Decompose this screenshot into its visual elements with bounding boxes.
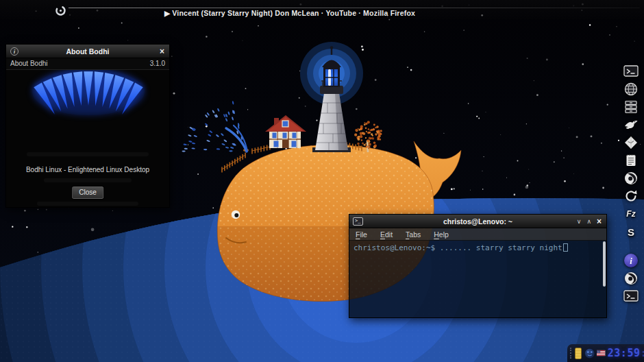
dock-web-browser-icon[interactable] <box>621 81 641 97</box>
top-shelf[interactable]: ▶ Vincent (Starry Starry Night) Don McLe… <box>0 0 644 19</box>
info-icon: i <box>10 47 18 56</box>
dock-skype-icon[interactable]: S <box>621 224 641 240</box>
dock-bird-icon[interactable] <box>621 117 641 133</box>
about-titlebar[interactable]: i About Bodhi × <box>6 45 169 58</box>
blue-orb-icon[interactable] <box>584 347 595 360</box>
terminal-menubar: File Edit Tabs Help <box>349 228 606 241</box>
dock-terminal-icon[interactable] <box>621 63 641 80</box>
dock: Fz S i <box>620 63 642 306</box>
terminal-prompt-line: christos@Lenovo:~$ ....... starry starry… <box>354 243 562 252</box>
keyboard-layout-flag-icon[interactable] <box>597 350 605 357</box>
about-header: About Bodhi 3.1.0 <box>6 58 169 70</box>
info-icon: i <box>624 254 638 267</box>
faded-credits-line <box>27 152 149 156</box>
terminal-cursor <box>563 243 568 252</box>
dock-file-manager-icon[interactable] <box>621 99 641 115</box>
notes-tray-icon[interactable] <box>575 348 582 359</box>
faded-credits-line <box>37 202 138 206</box>
system-tray: 23:59 : <box>567 344 644 362</box>
terminal-window: >_ christos@Lenovo: ~ ∨ ∧ × File Edit Ta… <box>349 214 607 318</box>
terminal-scrollbar[interactable] <box>603 241 606 287</box>
dock-inkscape-icon[interactable] <box>621 134 641 151</box>
about-body: Bodhi Linux - Enlightened Linux Desktop … <box>6 70 169 207</box>
about-close-button[interactable]: Close <box>72 186 103 199</box>
dock-filezilla-icon[interactable]: Fz <box>621 206 641 222</box>
about-app-label: About Bodhi <box>10 60 48 67</box>
about-bodhi-window: i About Bodhi × About Bodhi 3.1.0 <box>5 44 170 208</box>
shade-icon[interactable]: ∨ <box>577 215 582 228</box>
taskbar-terminal-icon[interactable] <box>621 288 641 304</box>
dock-update-swirl-icon[interactable] <box>621 188 641 204</box>
taskbar-about-bodhi-icon[interactable]: i <box>621 252 641 269</box>
clock-suffix: : <box>640 347 644 359</box>
terminal-window-title: christos@Lenovo: ~ <box>443 217 512 226</box>
clock[interactable]: 23:59 <box>608 347 641 359</box>
whale-spout <box>182 101 247 152</box>
bodhi-flame-logo <box>7 70 169 149</box>
lighthouse <box>300 42 363 152</box>
dock-notes-icon[interactable] <box>621 152 641 169</box>
dock-firefox-icon[interactable] <box>621 170 641 186</box>
tray-drag-handle[interactable] <box>570 348 573 359</box>
close-icon[interactable]: × <box>597 215 602 228</box>
menu-edit[interactable]: Edit <box>380 230 393 239</box>
taskbar-window-title[interactable]: ▶ Vincent (Starry Starry Night) Don McLe… <box>164 9 415 17</box>
close-icon[interactable]: × <box>155 45 169 58</box>
terminal-titlebar[interactable]: >_ christos@Lenovo: ~ ∨ ∧ × <box>349 215 606 228</box>
raise-icon[interactable]: ∧ <box>586 215 591 228</box>
terminal-content[interactable]: christos@Lenovo:~$ ....... starry starry… <box>349 241 606 317</box>
faded-credits-line <box>44 178 132 182</box>
about-tagline: Bodhi Linux - Enlightened Linux Desktop <box>6 166 169 173</box>
menu-file[interactable]: File <box>356 230 367 239</box>
menu-help[interactable]: Help <box>434 230 449 239</box>
menu-tabs[interactable]: Tabs <box>406 230 421 239</box>
taskbar-firefox-icon[interactable] <box>621 270 641 287</box>
terminal-icon: >_ <box>353 217 363 226</box>
enlightenment-swirl-icon[interactable] <box>55 5 66 16</box>
desktop: ▶ Vincent (Starry Starry Night) Don McLe… <box>0 0 644 362</box>
shelf-divider <box>69 8 640 8</box>
about-window-title: About Bodhi <box>66 47 110 56</box>
about-version: 3.1.0 <box>150 60 165 67</box>
house <box>265 115 306 148</box>
